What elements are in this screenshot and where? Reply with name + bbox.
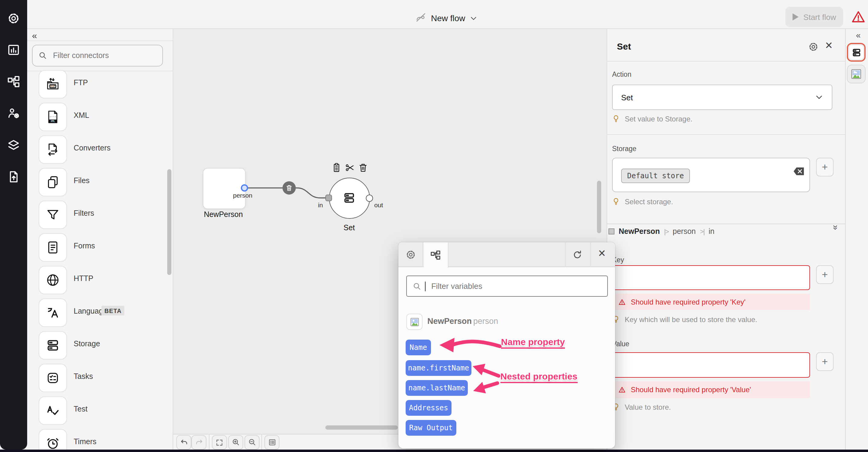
app-rail <box>0 0 27 450</box>
rail-settings-icon[interactable] <box>7 12 20 25</box>
popup-close-button[interactable]: × <box>598 246 606 260</box>
flow-title[interactable]: New flow <box>431 13 465 23</box>
collapse-panel-icon[interactable]: « <box>32 30 37 40</box>
out-port-label: out <box>374 201 383 208</box>
value-error-banner: Should have required property 'Value' <box>612 381 810 398</box>
storage-icon <box>849 45 863 59</box>
rail-flows-icon[interactable] <box>7 76 20 88</box>
rail-integrations-icon[interactable] <box>7 139 20 152</box>
variable-search[interactable] <box>406 276 608 297</box>
zoom-out-button[interactable] <box>245 435 259 450</box>
connector-item-converters[interactable] <box>39 135 67 164</box>
connector-panel: « FTP FTP ‹··› <box>27 29 173 450</box>
node-square-icon <box>609 228 615 234</box>
rail-user-admin-icon[interactable] <box>7 107 20 120</box>
variable-chip-lastname[interactable]: name.lastName <box>406 380 468 396</box>
rail-node-newperson-button[interactable] <box>847 65 866 83</box>
variable-chip-addresses[interactable]: Addresses <box>406 400 452 416</box>
connector-item-language[interactable] <box>39 298 67 327</box>
start-flow-button[interactable]: Start flow <box>785 7 843 27</box>
variable-source-port: person <box>473 317 498 326</box>
connector-item-forms[interactable] <box>39 233 67 261</box>
inspector-settings-icon[interactable] <box>808 42 818 52</box>
storage-icon <box>343 192 355 204</box>
divider <box>27 40 173 41</box>
canvas-horizontal-scrollbar[interactable] <box>326 425 398 430</box>
breadcrumb-node[interactable]: NewPerson <box>619 227 660 236</box>
beta-badge: BETA <box>101 306 125 315</box>
variable-search-input[interactable] <box>430 281 601 291</box>
add-value-variable-button[interactable]: + <box>816 352 834 371</box>
add-key-variable-button[interactable]: + <box>816 265 834 284</box>
connector-item-xml[interactable]: ‹··› XML <box>39 103 67 131</box>
breadcrumb-dir[interactable]: in <box>709 227 714 236</box>
collapse-rail-icon[interactable]: « <box>856 30 861 40</box>
delete-node-icon[interactable] <box>358 163 368 173</box>
connector-label: Tasks <box>74 372 93 381</box>
node-set-in-port[interactable] <box>326 195 332 201</box>
connector-panel-scrollbar[interactable] <box>167 169 172 275</box>
node-newperson-output-port[interactable] <box>241 184 248 192</box>
clear-storage-icon[interactable] <box>793 167 805 176</box>
svg-text:FTP: FTP <box>51 85 55 87</box>
annotation-nested-properties: Nested properties <box>500 372 577 383</box>
variable-source-thumb <box>406 314 423 330</box>
action-select[interactable]: Set <box>612 85 832 110</box>
popup-tab-variables[interactable] <box>424 242 448 268</box>
undo-button[interactable] <box>176 435 191 450</box>
connector-item-tasks[interactable] <box>39 364 67 392</box>
flow-warning-icon[interactable] <box>850 10 866 24</box>
inspector-close-icon[interactable]: × <box>825 38 833 53</box>
log-panel-button[interactable] <box>265 435 279 450</box>
copy-node-icon[interactable] <box>331 163 342 173</box>
collapse-section-icon[interactable]: « <box>829 225 839 230</box>
variable-chip-firstname[interactable]: name.firstName <box>406 360 471 376</box>
divider <box>607 224 845 224</box>
edge-delete-button[interactable] <box>282 181 296 195</box>
breadcrumb-sep1: |> <box>664 228 669 235</box>
trash-icon <box>285 184 293 192</box>
connector-item-test[interactable] <box>39 396 67 424</box>
storage-value-chip[interactable]: Default store <box>621 169 690 183</box>
popup-refresh-button[interactable] <box>572 250 583 260</box>
action-value: Set <box>621 93 633 102</box>
fit-view-button[interactable] <box>212 435 227 450</box>
breadcrumb-sep2: >| <box>700 228 705 235</box>
node-set-out-port[interactable] <box>366 194 373 201</box>
flow-title-chevron-icon[interactable] <box>470 15 477 22</box>
connector-item-timers[interactable] <box>39 429 67 450</box>
breadcrumb-port[interactable]: person <box>673 227 696 236</box>
node-newperson[interactable] <box>203 168 246 209</box>
connector-item-files[interactable] <box>39 168 67 196</box>
rail-insights-icon[interactable] <box>7 44 20 56</box>
zoom-in-button[interactable] <box>228 435 243 450</box>
connector-label: HTTP <box>74 274 93 283</box>
node-set[interactable] <box>329 177 370 219</box>
variable-chip-name[interactable]: Name <box>406 340 431 355</box>
add-storage-button[interactable]: + <box>816 158 834 176</box>
canvas-vertical-scrollbar[interactable] <box>597 181 601 233</box>
xml-icon: ‹··› XML <box>39 103 67 131</box>
connector-label: Files <box>74 176 90 185</box>
connector-item-http[interactable] <box>39 265 67 294</box>
rail-node-set-button[interactable] <box>847 43 866 62</box>
storage-icon <box>39 331 67 359</box>
connector-search[interactable] <box>32 45 163 66</box>
connector-item-ftp[interactable]: FTP <box>39 70 67 98</box>
storage-field[interactable]: Default store <box>612 158 810 192</box>
cut-node-icon[interactable] <box>345 163 355 173</box>
value-hint-row: Value to store. <box>612 402 671 412</box>
key-hint: Key which will be used to store the valu… <box>625 315 757 323</box>
popup-tab-settings[interactable] <box>398 242 423 267</box>
key-input[interactable] <box>612 265 810 290</box>
variable-chip-rawoutput[interactable]: Raw Output <box>406 420 456 436</box>
connector-item-storage[interactable] <box>39 331 67 359</box>
connector-search-input[interactable] <box>52 51 156 60</box>
action-hint: Set value to Storage. <box>625 114 692 123</box>
edge-label: person <box>233 192 252 199</box>
redo-button[interactable] <box>191 435 207 450</box>
annotation-name-property: Name property <box>501 337 565 348</box>
value-input[interactable] <box>612 352 810 378</box>
rail-import-icon[interactable] <box>7 170 20 183</box>
connector-item-filters[interactable] <box>39 200 67 229</box>
